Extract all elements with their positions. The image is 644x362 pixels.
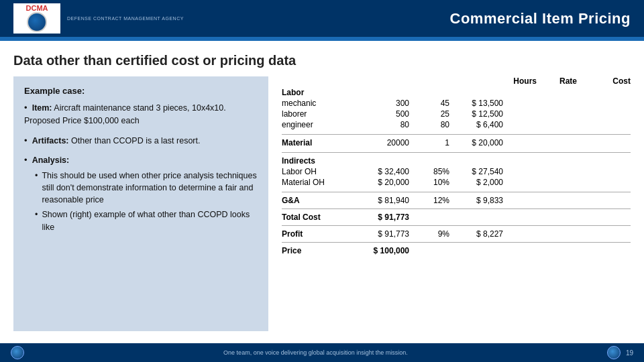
ga-row: G&A $ 81,940 12% $ 9,833 [282,195,631,206]
indirects-section: Indirects Labor OH $ 32,400 85% $ 27,540… [282,156,631,188]
laborer-row: laborer 500 25 $ 12,500 [282,109,631,119]
mechanic-hours: 300 [362,99,409,108]
artifacts-text: Other than CCOPD is a last resort. [71,136,200,145]
profit-value: $ 91,773 [362,229,409,239]
header-title: Commercial Item Pricing [450,10,631,27]
analysis-title: Analysis: [32,156,70,165]
price-label: Price [282,246,362,255]
indirects-label: Indirects [282,156,362,166]
ga-rate: 12% [409,196,449,205]
laborer-name: laborer [282,109,362,119]
ga-value: $ 81,940 [362,196,409,205]
artifacts-title: Artifacts: [32,136,69,145]
material-oh-row: Material OH $ 20,000 10% $ 2,000 [282,177,631,188]
labor-oh-row: Labor OH $ 32,400 85% $ 27,540 [282,166,631,177]
indirects-label-row: Indirects [282,156,631,166]
sub-bullet-1: This should be used when other price ana… [35,170,258,206]
mechanic-rate: 45 [409,99,449,108]
bullet-item: • Item: Aircraft maintenance stand 3 pie… [24,101,258,127]
divider-2 [282,152,631,153]
footer-page: 19 [626,349,633,357]
material-row: Material 20000 1 $ 20,000 [282,137,631,148]
price-value: $ 100,000 [362,246,409,255]
footer-text: One team, one voice delivering global ac… [24,349,607,356]
col-cost-header: Cost [577,76,631,86]
profit-cost: $ 8,227 [449,229,503,239]
agency-name: DEFENSE CONTRACT MANAGEMENT AGENCY [67,16,184,21]
logo-box: DCMA [13,3,60,34]
sub-bullet-1-text: This should be used when other price ana… [42,170,258,206]
laborer-hours: 500 [362,109,409,119]
total-cost-row: Total Cost $ 91,773 [282,212,631,223]
material-section: Material 20000 1 $ 20,000 [282,137,631,148]
labor-label: Labor [282,88,362,97]
profit-label: Profit [282,229,362,239]
divider-4 [282,208,631,209]
labor-oh-rate: 85% [409,167,449,176]
laborer-cost: $ 12,500 [449,109,503,119]
right-panel: Hours Rate Cost Labor mechanic 300 45 $ … [282,76,631,331]
laborer-rate: 25 [409,109,449,119]
main-content: Data other than certified cost or pricin… [0,41,644,338]
engineer-hours: 80 [362,120,409,129]
labor-label-row: Labor [282,87,631,98]
content-area: Example case: • Item: Aircraft maintenan… [13,76,631,331]
engineer-cost: $ 6,400 [449,120,503,129]
labor-oh-cost: $ 27,540 [449,167,503,176]
divider-1 [282,134,631,135]
left-panel: Example case: • Item: Aircraft maintenan… [13,76,268,331]
col-label-header [409,76,490,86]
logo-text: DCMA [26,5,48,12]
footer: One team, one voice delivering global ac… [0,343,644,362]
ga-cost: $ 9,833 [449,196,503,205]
total-cost-label: Total Cost [282,213,362,222]
price-row: Price $ 100,000 [282,245,631,256]
profit-row: Profit $ 91,773 9% $ 8,227 [282,229,631,239]
mechanic-name: mechanic [282,99,362,108]
divider-3 [282,192,631,192]
item-title: Item: [32,103,52,113]
sub-bullet-2-text: Shown (right) example of what other than… [42,208,258,233]
engineer-row: engineer 80 80 $ 6,400 [282,119,631,130]
labor-oh-name: Labor OH [282,167,362,176]
col-rate-header: Rate [537,76,577,86]
bullet-analysis: • Analysis: This should be used when oth… [24,154,258,233]
example-label: Example case: [24,86,258,96]
engineer-name: engineer [282,120,362,129]
labor-oh-value: $ 32,400 [362,167,409,176]
divider-6 [282,242,631,243]
material-label: Material [282,138,362,147]
bullet-artifacts: • Artifacts: Other than CCOPD is a last … [24,134,258,147]
col-hours-header: Hours [490,76,537,86]
profit-rate: 9% [409,229,449,239]
material-oh-name: Material OH [282,178,362,187]
logo-globe [27,12,47,32]
material-oh-rate: 10% [409,178,449,187]
total-cost-value: $ 91,773 [362,213,409,222]
divider-5 [282,225,631,226]
page-title: Data other than certified cost or pricin… [13,53,631,68]
header: DCMA DEFENSE CONTRACT MANAGEMENT AGENCY … [0,0,644,37]
material-hours: 20000 [362,138,409,147]
ga-label: G&A [282,196,362,205]
mechanic-row: mechanic 300 45 $ 13,500 [282,98,631,109]
footer-icon-right [607,346,621,359]
sub-bullet-2: Shown (right) example of what other than… [35,208,258,233]
table-headers: Hours Rate Cost [282,76,631,86]
engineer-rate: 80 [409,120,449,129]
material-cost: $ 20,000 [449,138,503,147]
logo-area: DCMA DEFENSE CONTRACT MANAGEMENT AGENCY [13,3,184,34]
labor-section: Labor mechanic 300 45 $ 13,500 laborer 5… [282,87,631,130]
mechanic-cost: $ 13,500 [449,99,503,108]
item-text: Aircraft maintenance stand 3 pieces, 10x… [24,103,226,125]
footer-icon-left [11,346,24,359]
material-oh-value: $ 20,000 [362,178,409,187]
material-oh-cost: $ 2,000 [449,178,503,187]
sub-bullets: This should be used when other price ana… [35,170,258,233]
material-rate: 1 [409,138,449,147]
